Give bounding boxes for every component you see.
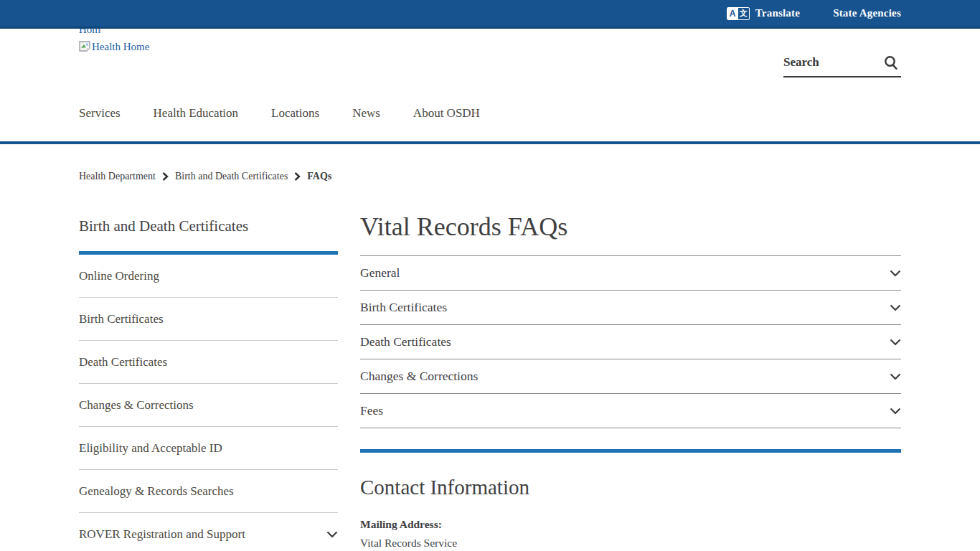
sidebar-item-changes-corrections[interactable]: Changes & Corrections [79, 384, 338, 427]
sidebar: Birth and Death Certificates Online Orde… [79, 217, 338, 551]
sidebar-item-birth-certificates[interactable]: Birth Certificates [79, 298, 338, 341]
sidebar-item-label: Eligibility and Acceptable ID [79, 441, 222, 456]
accordion-label: Fees [360, 403, 383, 418]
accordion-item-changes-corrections[interactable]: Changes & Corrections [360, 359, 901, 394]
accordion-item-general[interactable]: General [360, 256, 901, 291]
translate-icon: A 文 [727, 7, 750, 20]
accordion-label: Birth Certificates [360, 300, 447, 315]
translate-icon-a: A [727, 8, 738, 19]
sidebar-item-label: Changes & Corrections [79, 398, 194, 413]
accordion-label: General [360, 265, 400, 281]
chevron-down-icon [890, 304, 901, 311]
sidebar-item-label: Genealogy & Records Searches [79, 484, 234, 499]
state-agencies-link[interactable]: State Agencies [833, 7, 901, 19]
sidebar-item-label: Death Certificates [79, 355, 167, 369]
page: A 文 Translate State Agencies Home [0, 0, 980, 551]
sidebar-item-online-ordering[interactable]: Online Ordering [79, 255, 338, 298]
mailing-address-line: Vital Records Service [360, 537, 901, 550]
chevron-right-icon [162, 172, 169, 181]
accordion-item-death-certificates[interactable]: Death Certificates [360, 325, 901, 359]
breadcrumb-item-faqs: FAQs [307, 171, 331, 182]
search-button[interactable] [882, 55, 900, 72]
chevron-right-icon [294, 172, 301, 181]
breadcrumb-item-health-department[interactable]: Health Department [79, 171, 156, 182]
accordion-item-birth-certificates[interactable]: Birth Certificates [360, 291, 901, 325]
search-icon [882, 55, 900, 72]
accordion-label: Changes & Corrections [360, 369, 478, 384]
utility-topbar: A 文 Translate State Agencies [0, 0, 980, 29]
chevron-down-icon [326, 531, 338, 538]
chevron-down-icon [890, 339, 901, 346]
nav-item-about-osdh[interactable]: About OSDH [413, 106, 480, 121]
primary-nav: Services Health Education Locations News… [79, 106, 480, 121]
chevron-down-icon [890, 270, 901, 277]
translate-icon-char: 文 [738, 8, 749, 19]
nav-item-locations[interactable]: Locations [271, 106, 319, 121]
sidebar-item-eligibility-acceptable-id[interactable]: Eligibility and Acceptable ID [79, 427, 338, 470]
sidebar-item-death-certificates[interactable]: Death Certificates [79, 341, 338, 384]
sidebar-item-label: Birth Certificates [79, 312, 164, 326]
state-agencies-label: State Agencies [833, 7, 901, 19]
chevron-down-icon [890, 373, 901, 380]
sidebar-item-genealogy-records-searches[interactable]: Genealogy & Records Searches [79, 470, 338, 513]
nav-item-news[interactable]: News [352, 106, 380, 121]
sidebar-item-label: Online Ordering [79, 269, 159, 283]
sidebar-item-rover-registration[interactable]: ROVER Registration and Support [79, 513, 338, 551]
main-content: Vital Records FAQs General Birth Certifi… [360, 212, 901, 550]
search-box [783, 50, 901, 77]
mailing-address-label: Mailing Address: [360, 518, 901, 531]
breadcrumb-item-birth-death-certificates[interactable]: Birth and Death Certificates [175, 171, 288, 182]
search-input[interactable] [783, 50, 875, 75]
translate-label: Translate [755, 7, 800, 19]
broken-image-icon [79, 41, 90, 52]
topbar-inner: A 文 Translate State Agencies [79, 0, 901, 27]
breadcrumb: Health Department Birth and Death Certif… [79, 171, 331, 182]
site-header: Home Health Home Services He [0, 29, 980, 144]
chevron-down-icon [890, 408, 901, 415]
sidebar-item-label: ROVER Registration and Support [79, 527, 245, 542]
content-divider [360, 449, 901, 453]
health-home-link[interactable]: Health Home [79, 41, 149, 53]
sidebar-title: Birth and Death Certificates [79, 217, 338, 251]
page-title: Vital Records FAQs [360, 212, 901, 242]
nav-item-services[interactable]: Services [79, 106, 121, 121]
accordion-label: Death Certificates [360, 334, 451, 349]
health-home-label: Health Home [92, 41, 149, 53]
contact-heading: Contact Information [360, 476, 901, 499]
translate-link[interactable]: A 文 Translate [727, 7, 800, 20]
accordion-item-fees[interactable]: Fees [360, 394, 901, 428]
faq-accordion: General Birth Certificates Death Certifi… [360, 255, 901, 428]
nav-item-health-education[interactable]: Health Education [154, 106, 239, 121]
